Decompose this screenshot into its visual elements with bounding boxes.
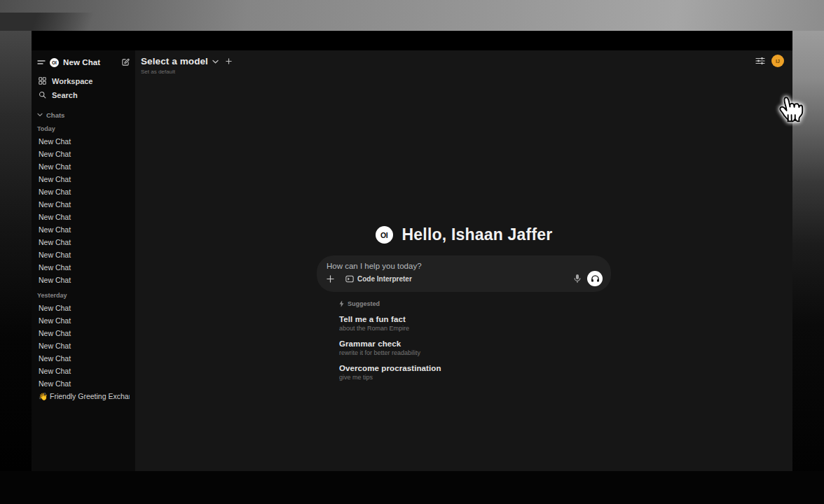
chats-header-label: Chats — [46, 111, 64, 119]
sidebar-title: New Chat — [63, 58, 100, 66]
sidebar-chat-item[interactable]: New Chat — [37, 274, 130, 286]
suggested-prompt-title: Overcome procrastination — [339, 364, 611, 372]
wallpaper-top — [0, 0, 824, 31]
workspace-label: Workspace — [52, 77, 93, 85]
set-default-link[interactable]: Set as default — [141, 69, 232, 75]
sidebar-chat-item[interactable]: New Chat — [37, 223, 130, 236]
suggestions-list: Tell me a fun factabout the Roman Empire… — [339, 315, 611, 381]
voice-call-button[interactable] — [587, 271, 603, 286]
terminal-icon — [345, 275, 354, 283]
greeting-text: Hello, Ishaan Jaffer — [402, 225, 553, 244]
desktop-stage: OI New Chat Workspace — [0, 0, 824, 504]
new-chat-icon[interactable] — [121, 58, 130, 66]
chat-section-label: Today — [37, 125, 130, 133]
sidebar-chat-item[interactable]: New Chat — [37, 302, 130, 314]
sidebar-chat-item[interactable]: New Chat — [37, 211, 130, 223]
sidebar-chat-item[interactable]: New Chat — [37, 186, 130, 198]
sidebar-chat-item[interactable]: New Chat — [37, 236, 130, 248]
sidebar-chat-item[interactable]: New Chat — [37, 148, 130, 160]
sidebar-chat-item[interactable]: New Chat — [37, 248, 130, 261]
sidebar-chat-item[interactable]: New Chat — [37, 198, 130, 211]
sidebar-chat-item[interactable]: New Chat — [37, 173, 130, 186]
sidebar-chat-item[interactable]: New Chat — [37, 314, 130, 327]
suggested-label: Suggested — [348, 300, 380, 307]
greeting-row: OI Hello, Ishaan Jaffer — [317, 225, 611, 244]
app-window: OI New Chat Workspace — [32, 31, 792, 471]
attach-plus-icon[interactable] — [327, 275, 334, 283]
wallpaper-bottom — [0, 471, 824, 504]
sidebar-chat-item[interactable]: New Chat — [37, 352, 130, 365]
code-interpreter-label: Code Interpreter — [357, 275, 412, 283]
window-title-bar — [32, 31, 792, 50]
chevron-down-icon — [212, 59, 219, 64]
suggested-prompt[interactable]: Grammar checkrewrite it for better reada… — [339, 340, 611, 356]
microphone-icon[interactable] — [574, 274, 581, 284]
headphones-icon — [591, 274, 600, 283]
wallpaper-left — [0, 31, 32, 504]
user-avatar[interactable]: IJ — [771, 55, 784, 67]
sidebar: OI New Chat Workspace — [32, 50, 135, 471]
suggested-prompt[interactable]: Tell me a fun factabout the Roman Empire — [339, 315, 611, 332]
suggested-header: Suggested — [339, 300, 611, 307]
bolt-icon — [339, 300, 344, 307]
sidebar-chat-named[interactable]: 👋 Friendly Greeting Exchange — [37, 390, 130, 402]
main-area: Select a model Set as default — [135, 50, 792, 471]
sidebar-chat-item[interactable]: New Chat — [37, 377, 130, 390]
workspace-grid-icon — [39, 77, 46, 85]
suggested-prompt-title: Grammar check — [339, 340, 611, 348]
chat-section-label: Yesterday — [37, 292, 130, 300]
suggested-prompt[interactable]: Overcome procrastinationgive me tips — [339, 364, 611, 381]
suggested-prompt-subtitle: give me tips — [339, 374, 611, 381]
model-selector[interactable]: Select a model — [141, 56, 232, 66]
sidebar-item-search[interactable]: Search — [37, 88, 130, 102]
sidebar-chat-item[interactable]: New Chat — [37, 327, 130, 340]
sidebar-chat-item[interactable]: New Chat — [37, 261, 130, 274]
chat-list: TodayNew ChatNew ChatNew ChatNew ChatNew… — [37, 125, 130, 390]
sidebar-chat-item[interactable]: New Chat — [37, 340, 130, 352]
chats-section-toggle[interactable]: Chats — [37, 110, 130, 120]
sidebar-item-workspace[interactable]: Workspace — [37, 74, 130, 88]
chat-input-box[interactable]: How can I help you today? — [317, 255, 611, 292]
suggested-prompt-title: Tell me a fun fact — [339, 315, 611, 323]
chat-input-placeholder[interactable]: How can I help you today? — [327, 262, 603, 270]
add-model-icon[interactable] — [226, 58, 232, 64]
controls-sliders-icon[interactable] — [755, 57, 765, 65]
app-logo-icon: OI — [376, 226, 393, 244]
search-label: Search — [52, 91, 78, 99]
model-selector-label: Select a model — [141, 56, 208, 66]
suggested-prompt-subtitle: about the Roman Empire — [339, 325, 611, 332]
code-interpreter-toggle[interactable]: Code Interpreter — [345, 275, 412, 283]
sidebar-chat-item[interactable]: New Chat — [37, 135, 130, 148]
sidebar-chat-item[interactable]: New Chat — [37, 365, 130, 377]
chevron-down-icon — [37, 113, 43, 117]
app-logo-icon: OI — [50, 58, 59, 67]
suggested-prompt-subtitle: rewrite it for better readability — [339, 349, 611, 356]
sidebar-toggle-icon[interactable] — [37, 59, 46, 66]
wallpaper-right — [792, 31, 824, 504]
sidebar-chat-item[interactable]: New Chat — [37, 160, 130, 173]
search-icon — [39, 91, 46, 99]
